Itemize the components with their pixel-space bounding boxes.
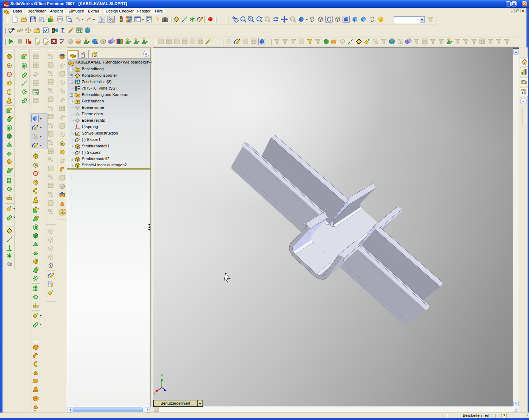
svg-text:W: W	[6, 4, 9, 7]
svg-text:X: X	[153, 392, 156, 396]
svg-text:Y: Y	[161, 374, 163, 378]
svg-text:S: S	[4, 3, 6, 6]
